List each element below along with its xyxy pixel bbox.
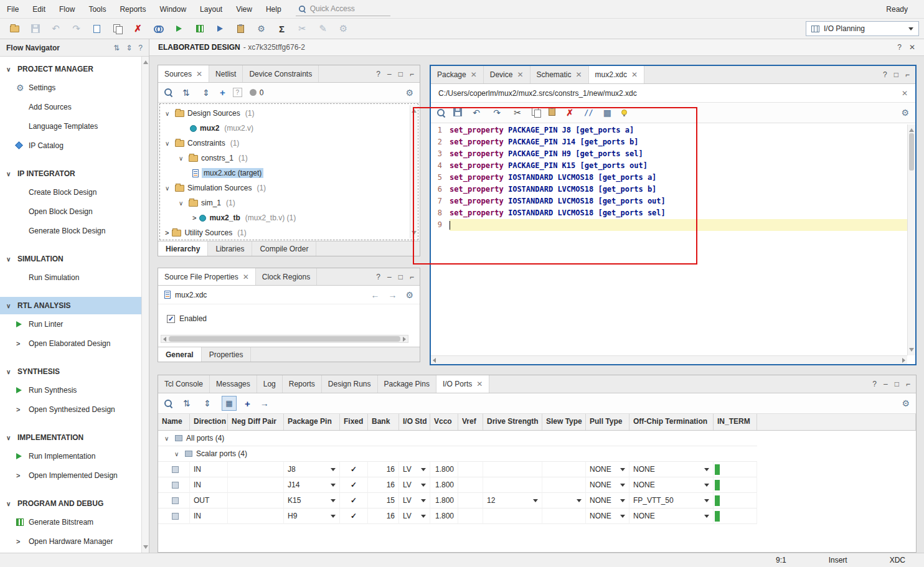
slew-type-select[interactable]	[542, 493, 586, 508]
duplicate-button[interactable]	[109, 21, 126, 37]
menu-file[interactable]: File	[0, 0, 26, 19]
code-editor[interactable]: 1 set_property PACKAGE_PIN J8 [get_ports…	[431, 124, 907, 355]
tab-properties[interactable]: Properties	[202, 347, 252, 362]
back-icon[interactable]: ←	[370, 290, 379, 300]
undo-button[interactable]: ↶	[47, 21, 64, 37]
fn-item-language-templates[interactable]: Language Templates	[0, 116, 142, 136]
fn-item-generate-bitstream[interactable]: Generate Bitstream	[0, 512, 142, 532]
fn-item-open-implemented-design[interactable]: > Open Implemented Design	[0, 466, 142, 485]
chevron-down-icon[interactable]: ∨	[179, 155, 186, 162]
flow-navigator-scrollbar[interactable]	[141, 57, 149, 553]
tree-item-mux2[interactable]: mux2 (mux2.v)	[160, 121, 418, 136]
package-pin-select[interactable]: J8	[284, 462, 340, 477]
sources-scrollbar[interactable]	[410, 105, 417, 238]
column-header[interactable]: Direction	[190, 414, 228, 430]
column-header[interactable]: Pull Type	[586, 414, 629, 430]
tab-sources[interactable]: Sources ✕	[158, 65, 209, 82]
search-icon[interactable]	[164, 88, 172, 96]
menu-help[interactable]: Help	[259, 0, 288, 19]
code-line-8[interactable]: 8 set_property IOSTANDARD LVCMOS18 [get_…	[431, 207, 907, 219]
chevron-down-icon[interactable]: ∨	[165, 110, 172, 117]
pull-type-select[interactable]: NONE	[586, 462, 629, 477]
scroll-up-icon[interactable]	[412, 109, 417, 113]
tab-io-ports[interactable]: I/O Ports ✕	[436, 375, 489, 393]
fixed-checkbox[interactable]: ✓	[340, 493, 368, 508]
gear-icon[interactable]: ⚙	[901, 108, 909, 118]
fn-section-implementation[interactable]: ∨ IMPLEMENTATION	[0, 429, 142, 446]
chevron-right-icon[interactable]: >	[165, 229, 169, 237]
fn-item-generate-block-design[interactable]: Generate Block Design	[0, 221, 142, 240]
tab-messages[interactable]: Messages	[210, 375, 257, 393]
tree-item-utility-sources[interactable]: > Utility Sources (1)	[160, 225, 418, 240]
scroll-up-icon[interactable]	[909, 128, 914, 132]
delete-button[interactable]: ✗	[130, 21, 146, 37]
io-group-all-ports[interactable]: ∨ All ports (4)	[158, 431, 757, 446]
column-header[interactable]: I/O Std	[399, 414, 430, 430]
code-line-6[interactable]: 6 set_property IOSTANDARD LVCMOS18 [get_…	[431, 184, 907, 195]
chevron-down-icon[interactable]: ∨	[165, 140, 172, 147]
tree-item-constraints[interactable]: ∨ Constraints (1)	[160, 136, 418, 151]
toggle-comment-button[interactable]: //	[584, 108, 593, 117]
package-pin-select[interactable]: H9	[284, 508, 340, 524]
float-icon[interactable]: ⌐	[906, 380, 910, 388]
menu-view[interactable]: View	[229, 0, 259, 19]
io-std-select[interactable]: LV	[399, 493, 430, 508]
redo-button[interactable]: ↷	[68, 21, 85, 37]
maximize-icon[interactable]: □	[398, 273, 403, 281]
fn-item-open-synthesized-design[interactable]: > Open Synthesized Design	[0, 400, 142, 419]
package-pin-select[interactable]: K15	[284, 493, 340, 508]
gear-icon[interactable]: ⚙	[902, 398, 910, 408]
io-port-row-3[interactable]: OUT K15 ✓ 15 LV 1.800 12 NONE FP_VTT_50	[158, 493, 916, 508]
search-icon[interactable]	[437, 109, 445, 117]
fn-item-add-sources[interactable]: Add Sources	[0, 97, 142, 116]
scroll-up-icon[interactable]	[143, 60, 148, 64]
save-button[interactable]	[27, 21, 44, 37]
columns-button[interactable]: ▦	[601, 108, 613, 118]
close-icon[interactable]: ✕	[476, 380, 483, 388]
help-box-icon[interactable]: ?	[233, 88, 242, 97]
chevron-down-icon[interactable]: ∨	[174, 451, 181, 457]
scrollbar-thumb[interactable]	[169, 336, 400, 342]
tree-item-mux2-tb[interactable]: > mux2_tb (mux2_tb.v) (1)	[160, 210, 418, 225]
chevron-down-icon[interactable]: ∨	[164, 435, 171, 442]
help-icon[interactable]: ?	[872, 380, 877, 388]
tab-tcl-console[interactable]: Tcl Console	[158, 375, 210, 393]
column-header[interactable]: Off-Chip Termination	[629, 414, 714, 430]
fixed-checkbox[interactable]: ✓	[340, 508, 368, 524]
float-icon[interactable]: ⌐	[905, 70, 910, 79]
edit-button[interactable]: ✎	[314, 21, 331, 37]
fn-section-simulation[interactable]: ∨ SIMULATION	[0, 250, 142, 268]
maximize-icon[interactable]: □	[895, 380, 899, 388]
float-icon[interactable]: ⌐	[410, 70, 414, 78]
column-header[interactable]: Bank	[368, 414, 399, 430]
menu-layout[interactable]: Layout	[193, 0, 229, 19]
column-header[interactable]: IN_TERM	[714, 414, 757, 430]
fn-item-create-block-design[interactable]: Create Block Design	[0, 182, 142, 202]
help-icon[interactable]: ?	[138, 44, 143, 52]
io-port-row-2[interactable]: IN J14 ✓ 16 LV 1.800 NONE NONE	[158, 477, 916, 493]
add-sources-button[interactable]: +	[220, 87, 225, 98]
io-std-select[interactable]: LV	[399, 477, 430, 493]
tools-button[interactable]: ⚙	[335, 21, 352, 37]
io-std-select[interactable]: LV	[399, 508, 430, 524]
tab-schematic[interactable]: Schematic ✕	[530, 66, 589, 83]
run-button[interactable]	[171, 21, 187, 37]
tab-hierarchy[interactable]: Hierarchy	[158, 241, 208, 256]
close-icon[interactable]: ✕	[909, 43, 915, 52]
chevron-right-icon[interactable]: >	[192, 214, 196, 222]
fn-item-open-elaborated-design[interactable]: > Open Elaborated Design	[0, 334, 142, 353]
scroll-down-icon[interactable]	[412, 231, 417, 235]
fixed-checkbox[interactable]: ✓	[340, 462, 368, 477]
expand-icon[interactable]: ⇕	[126, 44, 132, 52]
tab-package[interactable]: Package ✕	[431, 66, 484, 83]
column-header[interactable]: Fixed	[340, 414, 368, 430]
float-icon[interactable]: ⌐	[410, 273, 414, 281]
tree-item-simulation-sources[interactable]: ∨ Simulation Sources (1)	[160, 180, 418, 195]
scrollbar-thumb[interactable]	[909, 133, 914, 171]
tab-clock-regions[interactable]: Clock Regions	[256, 268, 317, 285]
scroll-down-icon[interactable]	[909, 348, 914, 352]
fn-item-run-simulation[interactable]: Run Simulation	[0, 268, 142, 287]
fn-section-synthesis[interactable]: ∨ SYNTHESIS	[0, 363, 142, 380]
io-port-row-4[interactable]: IN H9 ✓ 16 LV 1.800 NONE NONE	[158, 508, 916, 524]
code-line-2[interactable]: 2 set_property PACKAGE_PIN J14 [get_port…	[431, 136, 907, 148]
